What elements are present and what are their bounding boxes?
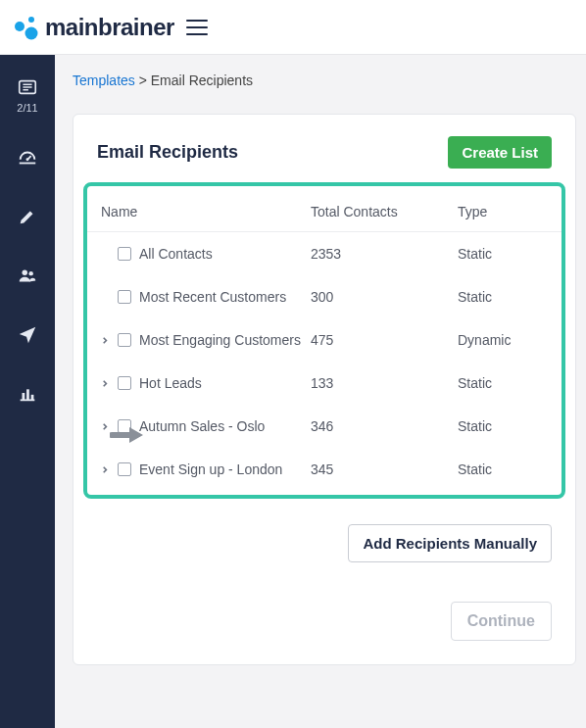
table-row[interactable]: Most Engaging Customers475Dynamic	[87, 318, 562, 362]
cell-name: Hot Leads	[101, 375, 311, 391]
row-checkbox[interactable]	[118, 419, 131, 433]
page-title: Email Recipients	[97, 142, 238, 163]
row-type: Static	[458, 418, 548, 434]
brand-name-bold: main	[45, 14, 98, 40]
sidebar-item-send[interactable]	[17, 323, 38, 349]
row-type: Static	[458, 246, 548, 262]
row-type: Static	[458, 461, 548, 477]
breadcrumb: Templates > Email Recipients	[73, 73, 586, 88]
sidebar-item-editor[interactable]	[17, 206, 38, 231]
row-name-label: All Contacts	[139, 246, 213, 262]
continue-button[interactable]: Continue	[451, 602, 552, 641]
row-checkbox[interactable]	[118, 247, 131, 261]
main: Templates > Email Recipients Email Recip…	[55, 55, 586, 728]
row-total: 300	[311, 289, 458, 305]
row-total: 345	[311, 461, 458, 477]
sidebar-item-analytics[interactable]	[17, 382, 38, 408]
chevron-right-icon[interactable]	[101, 336, 110, 345]
svg-rect-12	[26, 389, 29, 400]
svg-rect-11	[23, 393, 25, 400]
list-icon	[17, 76, 38, 98]
send-icon	[17, 323, 38, 345]
svg-point-10	[28, 271, 32, 275]
table-row[interactable]: Autumn Sales - Oslo346Static	[87, 405, 562, 448]
row-name-label: Most Recent Customers	[139, 289, 286, 305]
row-checkbox[interactable]	[118, 290, 131, 304]
sidebar: 2/11	[0, 55, 55, 728]
sidebar-item-dashboard[interactable]	[17, 147, 38, 172]
svg-point-0	[28, 17, 34, 23]
recipients-table: Name Total Contacts Type All Contacts235…	[83, 182, 565, 499]
table-row[interactable]: Hot Leads133Static	[87, 362, 562, 405]
svg-line-8	[27, 156, 31, 160]
sidebar-step-label: 2/11	[17, 102, 37, 114]
row-total: 346	[311, 418, 458, 434]
table-header: Name Total Contacts Type	[87, 188, 562, 232]
row-name-label: Event Sign up - London	[139, 461, 282, 477]
cell-name: Most Recent Customers	[101, 289, 311, 305]
col-name: Name	[101, 204, 311, 219]
sidebar-item-contacts[interactable]	[17, 265, 38, 290]
chevron-right-icon[interactable]	[101, 465, 110, 474]
row-name-label: Autumn Sales - Oslo	[139, 418, 265, 434]
col-total: Total Contacts	[311, 204, 458, 219]
row-name-label: Hot Leads	[139, 375, 202, 391]
topbar: mainbrainer	[0, 0, 586, 55]
row-checkbox[interactable]	[118, 462, 131, 476]
brand-dots-icon	[12, 14, 39, 41]
pencil-icon	[17, 206, 38, 227]
row-total: 133	[311, 375, 458, 391]
table-row[interactable]: Event Sign up - London345Static	[87, 448, 562, 491]
row-checkbox[interactable]	[118, 333, 131, 347]
col-type: Type	[458, 204, 548, 219]
row-type: Dynamic	[458, 332, 548, 348]
breadcrumb-link-templates[interactable]: Templates	[73, 73, 135, 88]
sidebar-step-indicator[interactable]: 2/11	[17, 76, 38, 114]
svg-point-1	[15, 22, 24, 31]
svg-point-9	[23, 270, 28, 276]
svg-point-2	[25, 26, 38, 39]
chevron-right-icon[interactable]	[101, 379, 110, 388]
table-row[interactable]: Most Recent Customers300Static	[87, 275, 562, 318]
chart-icon	[17, 382, 38, 404]
add-recipients-manually-button[interactable]: Add Recipients Manually	[348, 524, 552, 562]
svg-rect-13	[31, 395, 34, 401]
row-name-label: Most Engaging Customers	[139, 332, 301, 348]
row-type: Static	[458, 289, 548, 305]
cell-name: All Contacts	[101, 246, 311, 262]
menu-icon[interactable]	[186, 20, 208, 35]
row-total: 2353	[311, 246, 458, 262]
brand-name-rest: brainer	[98, 14, 174, 40]
row-total: 475	[311, 332, 458, 348]
create-list-button[interactable]: Create List	[448, 136, 552, 169]
row-type: Static	[458, 375, 548, 391]
breadcrumb-current: Email Recipients	[151, 73, 253, 88]
chevron-right-icon[interactable]	[101, 422, 110, 431]
cell-name: Autumn Sales - Oslo	[101, 418, 311, 434]
users-icon	[17, 265, 38, 286]
brand-name: mainbrainer	[45, 14, 174, 41]
cell-name: Event Sign up - London	[101, 461, 311, 477]
breadcrumb-sep: >	[139, 73, 147, 88]
table-row[interactable]: All Contacts2353Static	[87, 232, 562, 275]
cell-name: Most Engaging Customers	[101, 332, 311, 348]
gauge-icon	[17, 147, 38, 169]
brand-logo: mainbrainer	[12, 14, 174, 41]
recipients-card: Email Recipients Create List Name Total …	[73, 114, 576, 665]
row-checkbox[interactable]	[118, 376, 131, 390]
